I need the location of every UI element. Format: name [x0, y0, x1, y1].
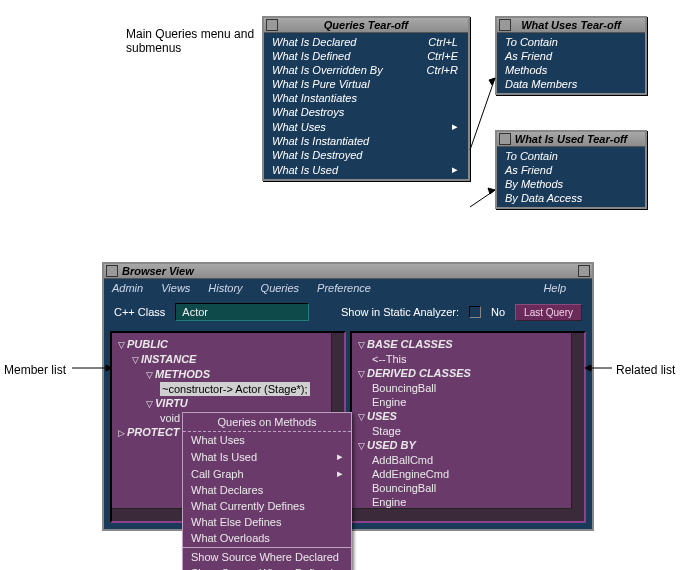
what-is-used-body: To ContainAs FriendBy MethodsBy Data Acc… [497, 147, 645, 207]
menu-item[interactable]: What Is Overridden ByCtrl+R [264, 63, 468, 77]
menu-item-label: What Destroys [272, 106, 344, 118]
menu-item[interactable]: Data Members [497, 77, 645, 91]
queries-tearoff-titlebar[interactable]: Queries Tear-off [264, 18, 468, 33]
menu-item-label: What Is Defined [272, 50, 350, 62]
close-icon[interactable] [106, 265, 118, 277]
context-item-label: What Overloads [191, 532, 270, 544]
selected-method[interactable]: ~constructor-> Actor (Stage*); [160, 382, 310, 396]
list-item[interactable]: AddEngineCmd [372, 467, 578, 481]
menu-item[interactable]: Methods [497, 63, 645, 77]
menu-item-label: To Contain [505, 150, 558, 162]
what-uses-tearoff-window: What Uses Tear-off To ContainAs FriendMe… [495, 16, 647, 95]
last-query-button[interactable]: Last Query [515, 304, 582, 321]
tree-methods[interactable]: METHODS [155, 368, 210, 380]
context-item-label: What Uses [191, 434, 245, 446]
tree-uses[interactable]: USES [367, 410, 397, 422]
controls-row: C++ Class Show in Static Analyzer: No La… [104, 297, 592, 327]
what-is-used-tearoff-window: What Is Used Tear-off To ContainAs Frien… [495, 130, 647, 209]
context-menu-item[interactable]: Call Graph▸ [183, 465, 351, 482]
annotation-member-list: Member list [4, 363, 66, 377]
menu-preference[interactable]: Preference [317, 282, 371, 294]
menu-item-label: What Is Overridden By [272, 64, 383, 76]
menu-item-label: By Data Access [505, 192, 582, 204]
menu-history[interactable]: History [208, 282, 242, 294]
submenu-arrow-icon: ▸ [337, 450, 343, 463]
tree-protected[interactable]: PROTECT [127, 426, 180, 438]
tree-instance[interactable]: INSTANCE [141, 353, 196, 365]
what-uses-titlebar[interactable]: What Uses Tear-off [497, 18, 645, 33]
submenu-arrow-icon: ▸ [452, 163, 458, 176]
browser-titlebar[interactable]: Browser View [104, 264, 592, 279]
context-item-label: What Declares [191, 484, 263, 496]
tree-public[interactable]: PUBLIC [127, 338, 168, 350]
menu-item[interactable]: What Instantiates [264, 91, 468, 105]
submenu-arrow-icon: ▸ [452, 120, 458, 133]
tree-derived[interactable]: DERIVED CLASSES [367, 367, 471, 379]
menu-item[interactable]: What Is Destroyed [264, 148, 468, 162]
scrollbar-v[interactable] [571, 333, 584, 521]
context-menu-item[interactable]: What Else Defines [183, 514, 351, 530]
menu-item-label: What Is Destroyed [272, 149, 362, 161]
context-menu-item[interactable]: Show Source Where Defined [183, 565, 351, 570]
menu-shortcut: Ctrl+L [428, 36, 458, 48]
menu-item[interactable]: To Contain [497, 149, 645, 163]
menu-queries[interactable]: Queries [261, 282, 300, 294]
menu-item-label: Data Members [505, 78, 577, 90]
menu-item[interactable]: What Is Instantiated [264, 134, 468, 148]
menu-shortcut: Ctrl+R [427, 64, 458, 76]
browser-title: Browser View [122, 265, 194, 277]
context-menu-item[interactable]: Show Source Where Declared [183, 549, 351, 565]
menu-item[interactable]: What Uses▸ [264, 119, 468, 134]
menu-item-label: As Friend [505, 50, 552, 62]
context-menu-title: Queries on Methods [183, 413, 351, 432]
menu-item-label: What Is Used [272, 164, 338, 176]
menu-admin[interactable]: Admin [112, 282, 143, 294]
menu-item-label: As Friend [505, 164, 552, 176]
minimize-icon[interactable] [578, 265, 590, 277]
context-menu-item[interactable]: What Declares [183, 482, 351, 498]
what-is-used-titlebar[interactable]: What Is Used Tear-off [497, 132, 645, 147]
scrollbar-h[interactable] [352, 508, 572, 521]
context-item-label: Call Graph [191, 468, 244, 480]
menu-item[interactable]: By Data Access [497, 191, 645, 205]
tree-used-by[interactable]: USED BY [367, 439, 416, 451]
tree-base-classes[interactable]: BASE CLASSES [367, 338, 453, 350]
menu-item[interactable]: What Is Used▸ [264, 162, 468, 177]
context-menu-item[interactable]: What Overloads [183, 530, 351, 546]
menu-item[interactable]: What Is DefinedCtrl+E [264, 49, 468, 63]
what-uses-body: To ContainAs FriendMethodsData Members [497, 33, 645, 93]
related-list-panel[interactable]: ▽BASE CLASSES <--This ▽DERIVED CLASSES B… [350, 331, 586, 523]
list-item[interactable]: Stage [372, 424, 578, 438]
menu-item[interactable]: As Friend [497, 163, 645, 177]
list-item[interactable]: BouncingBall [372, 481, 578, 495]
context-menu-item[interactable]: What Currently Defines [183, 498, 351, 514]
menu-item[interactable]: What Is Pure Virtual [264, 77, 468, 91]
menu-item[interactable]: By Methods [497, 177, 645, 191]
menu-item[interactable]: What Is DeclaredCtrl+L [264, 35, 468, 49]
close-icon[interactable] [499, 133, 511, 145]
static-label: Show in Static Analyzer: [341, 306, 459, 318]
menu-item[interactable]: As Friend [497, 49, 645, 63]
menu-item[interactable]: To Contain [497, 35, 645, 49]
class-input[interactable] [175, 303, 309, 321]
tree-this[interactable]: <--This [372, 352, 578, 366]
annotation-main-menu: Main Queries menu and submenus [126, 27, 266, 55]
context-menu-item[interactable]: What Uses [183, 432, 351, 448]
menu-help[interactable]: Help [543, 282, 566, 294]
queries-tearoff-body: What Is DeclaredCtrl+LWhat Is DefinedCtr… [264, 33, 468, 179]
list-item[interactable]: Engine [372, 495, 578, 509]
menu-item[interactable]: What Destroys [264, 105, 468, 119]
tree-virtual[interactable]: VIRTU [155, 397, 188, 409]
no-checkbox[interactable] [469, 306, 481, 318]
list-item[interactable]: Engine [372, 395, 578, 409]
list-item[interactable]: AddBallCmd [372, 453, 578, 467]
no-label: No [491, 306, 505, 318]
menu-views[interactable]: Views [161, 282, 190, 294]
context-menu-item[interactable]: What Is Used▸ [183, 448, 351, 465]
context-item-label: What Else Defines [191, 516, 281, 528]
close-icon[interactable] [499, 19, 511, 31]
close-icon[interactable] [266, 19, 278, 31]
list-item[interactable]: BouncingBall [372, 381, 578, 395]
queries-tearoff-window: Queries Tear-off What Is DeclaredCtrl+LW… [262, 16, 470, 181]
menu-item-label: To Contain [505, 36, 558, 48]
